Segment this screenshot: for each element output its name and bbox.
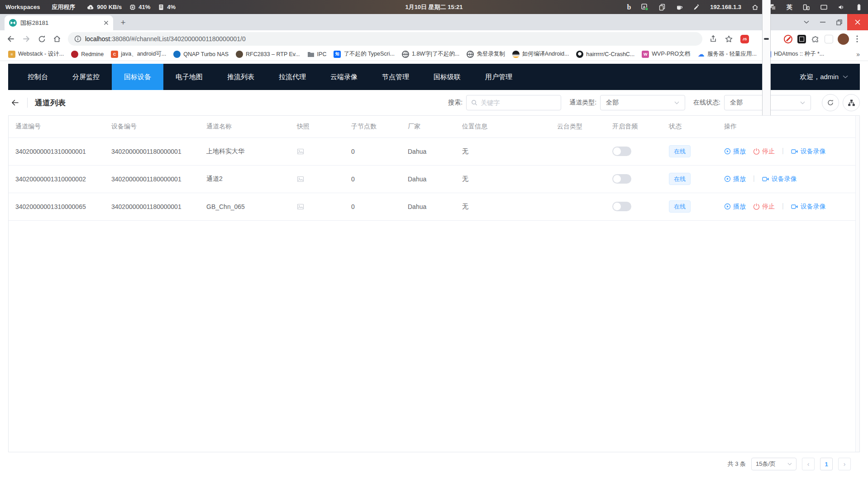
nav-item-10[interactable]: 用户管理 <box>473 64 525 90</box>
status-cell: 在线 <box>662 165 717 193</box>
bookmark-rfc2833[interactable]: RFC2833 – RTP Ev... <box>232 49 304 59</box>
table-scrollbar[interactable] <box>855 116 859 452</box>
display-icon[interactable] <box>820 4 828 11</box>
bookmark-18w[interactable]: 1.8W字|了不起的... <box>398 49 463 59</box>
browser-tab-strip: 国标28181 + <box>0 14 868 30</box>
clock[interactable]: 1月10日 星期二 15:21 <box>405 3 463 11</box>
user-menu[interactable]: 欢迎，admin <box>800 73 854 81</box>
blank-extension-icon[interactable] <box>825 35 833 43</box>
battery-icon[interactable] <box>855 4 863 11</box>
refresh-button[interactable] <box>822 94 839 111</box>
bookmark-github-crash[interactable]: hairrrrr/C-CrashC... <box>572 49 638 59</box>
nav-item-4[interactable]: 电子地图 <box>163 64 215 90</box>
coffee-icon[interactable] <box>676 4 683 11</box>
device-record-button[interactable]: 设备录像 <box>791 147 826 156</box>
nav-item-5[interactable]: 推流列表 <box>215 64 267 90</box>
prev-page-button[interactable]: ‹ <box>802 458 815 470</box>
audio-toggle[interactable] <box>612 174 631 184</box>
volume-icon[interactable] <box>838 4 845 11</box>
nav-item-3[interactable]: 国标设备 <box>112 64 163 90</box>
bookmark-server[interactable]: ☁服务器 - 轻量应用... <box>694 49 760 59</box>
next-page-button[interactable]: › <box>838 458 851 470</box>
stop-button[interactable]: 停止 <box>753 147 775 156</box>
bookmark-typescript[interactable]: 知了不起的 TypeScri... <box>330 49 398 59</box>
search-icon <box>471 99 477 106</box>
network-indicator[interactable]: 900 KB/s <box>87 4 122 11</box>
play-button[interactable]: 播放 <box>724 203 746 211</box>
cpu-indicator[interactable]: 41% <box>129 4 150 11</box>
device-id-cell: 34020000001180000001 <box>105 137 200 165</box>
clipboard-icon[interactable] <box>658 4 666 11</box>
reload-button[interactable] <box>34 32 49 46</box>
system-tray: bA192.168.1.3英 <box>627 3 863 11</box>
profile-avatar[interactable] <box>838 33 849 45</box>
bookmark-copy[interactable]: 免登录复制 <box>463 49 509 59</box>
forward-button[interactable] <box>19 32 33 46</box>
channel-type-select[interactable]: 全部 <box>600 95 685 110</box>
nav-item-2[interactable]: 分屏监控 <box>60 64 112 90</box>
app-notification-icon[interactable]: A <box>641 3 649 11</box>
play-button[interactable]: 播放 <box>724 147 746 156</box>
snapshot-icon[interactable] <box>297 148 340 155</box>
play-button[interactable]: 播放 <box>724 175 746 183</box>
bookmark-wvp-doc-icon: W <box>642 51 649 58</box>
chevron-down-icon <box>787 463 792 466</box>
audio-toggle[interactable] <box>612 147 631 156</box>
tree-view-button[interactable] <box>843 94 860 111</box>
browser-toolbar: localhost:38080/#/channelList/3402000000… <box>0 30 868 47</box>
bookmark-star-icon[interactable] <box>721 32 736 46</box>
tab-search-chevron-icon[interactable] <box>798 14 815 30</box>
bookmark-redmine[interactable]: Redmine <box>67 49 107 59</box>
bookmarks-overflow-button[interactable]: » <box>853 51 863 58</box>
bookmark-ipc-folder[interactable]: IPC <box>304 49 330 59</box>
minimize-button[interactable] <box>815 14 831 30</box>
bing-icon[interactable]: b <box>627 4 631 11</box>
nav-item-1[interactable]: 控制台 <box>15 64 60 90</box>
page-size-select[interactable]: 15条/页 <box>751 458 796 470</box>
audio-toggle[interactable] <box>612 202 631 211</box>
new-tab-button[interactable]: + <box>117 16 129 29</box>
workspaces-button[interactable]: Workspaces <box>5 4 40 10</box>
memory-indicator[interactable]: 4% <box>157 4 176 11</box>
bookmark-java-android[interactable]: Cjava、android可... <box>107 49 170 59</box>
address-bar[interactable]: localhost:38080/#/channelList/3402000000… <box>68 32 702 46</box>
close-window-button[interactable] <box>847 14 868 30</box>
language-indicator[interactable]: 英 <box>787 3 792 11</box>
back-button[interactable] <box>4 32 18 46</box>
back-button-page[interactable] <box>8 97 22 108</box>
browser-menu-kebab-icon[interactable] <box>850 32 864 46</box>
nav-item-7[interactable]: 云端录像 <box>318 64 370 90</box>
snapshot-icon[interactable] <box>297 175 340 183</box>
stop-button[interactable]: 停止 <box>753 203 775 211</box>
screenshot-extension-icon[interactable] <box>797 35 806 43</box>
search-input[interactable] <box>481 99 556 106</box>
applications-button[interactable]: 应用程序 <box>52 3 75 11</box>
home-button[interactable] <box>50 32 64 46</box>
table-header-row: 通道编号设备编号通道名称快照子节点数厂家位置信息云台类型开启音频状态操作 <box>9 116 855 137</box>
blocker-extension-icon[interactable] <box>784 35 792 43</box>
device-id-cell: 34020000001180000001 <box>105 193 200 220</box>
snapshot-icon[interactable] <box>297 203 340 210</box>
js-extension-icon[interactable]: JS <box>740 35 749 43</box>
nav-item-6[interactable]: 拉流代理 <box>267 64 318 90</box>
share-icon[interactable] <box>706 32 720 46</box>
bookmark-qnap[interactable]: QNAP Turbo NAS <box>170 49 232 59</box>
restore-button[interactable] <box>831 14 847 30</box>
phone-link-icon[interactable] <box>802 4 810 11</box>
bookmark-label: Webstack - 设计... <box>18 50 64 58</box>
device-record-button[interactable]: 设备录像 <box>791 203 826 211</box>
site-info-icon[interactable] <box>74 35 81 43</box>
device-record-button[interactable]: 设备录像 <box>762 175 797 183</box>
browser-tab[interactable]: 国标28181 <box>5 15 113 30</box>
tab-close-icon[interactable] <box>104 20 109 25</box>
ip-address[interactable]: 192.168.1.3 <box>710 4 741 10</box>
bookmark-webstack[interactable]: ≡Webstack - 设计... <box>5 49 67 59</box>
nav-item-9[interactable]: 国标级联 <box>421 64 473 90</box>
bookmark-wvp-doc[interactable]: WWVP-PRO文档 <box>638 49 694 59</box>
extensions-puzzle-icon[interactable] <box>811 35 820 43</box>
color-picker-icon[interactable] <box>693 4 700 11</box>
home-icon[interactable] <box>751 4 759 11</box>
nav-item-8[interactable]: 节点管理 <box>370 64 421 90</box>
bookmark-android-build[interactable]: 如何编译Android... <box>509 49 573 59</box>
current-page-button[interactable]: 1 <box>820 458 833 470</box>
